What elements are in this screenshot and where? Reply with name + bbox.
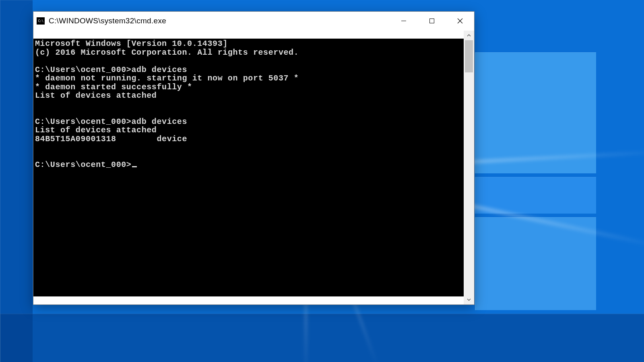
cmd-icon bbox=[37, 17, 45, 25]
desktop-wallpaper: C:\WINDOWS\system32\cmd.exe Microsoft Wi… bbox=[0, 0, 644, 362]
scroll-up-icon[interactable] bbox=[464, 31, 474, 40]
terminal-output[interactable]: Microsoft Windows [Version 10.0.14393] (… bbox=[33, 39, 464, 296]
titlebar[interactable]: C:\WINDOWS\system32\cmd.exe bbox=[33, 12, 474, 31]
close-button[interactable] bbox=[446, 12, 474, 30]
svg-rect-1 bbox=[430, 19, 434, 23]
scrollbar-track[interactable] bbox=[464, 40, 474, 295]
scrollbar-thumb[interactable] bbox=[465, 40, 473, 72]
maximize-button[interactable] bbox=[418, 12, 446, 30]
scroll-down-icon[interactable] bbox=[464, 295, 474, 304]
vertical-scrollbar[interactable] bbox=[464, 31, 474, 304]
minimize-button[interactable] bbox=[390, 12, 418, 30]
window-title: C:\WINDOWS\system32\cmd.exe bbox=[49, 16, 166, 25]
cmd-window: C:\WINDOWS\system32\cmd.exe Microsoft Wi… bbox=[33, 11, 475, 305]
text-cursor bbox=[132, 166, 137, 167]
